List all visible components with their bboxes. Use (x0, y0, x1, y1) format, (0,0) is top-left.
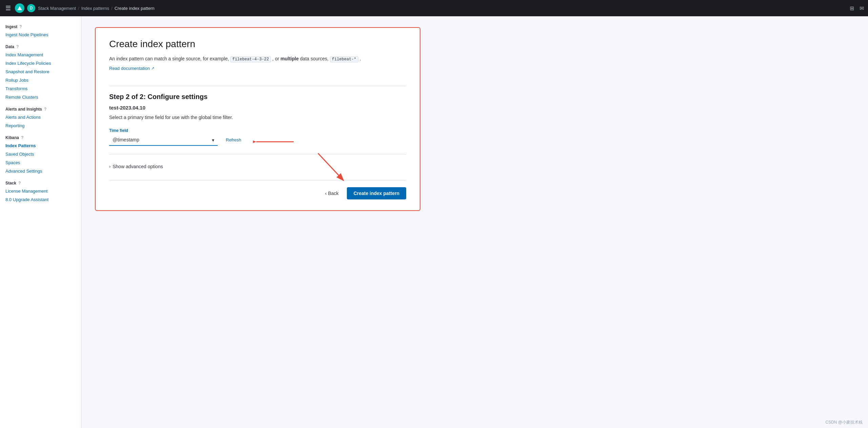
read-docs-label: Read documentation (109, 66, 150, 71)
breadcrumb: Stack Management / Index patterns / Crea… (38, 6, 154, 11)
sidebar-alerts-label: Alerts and Insights (5, 107, 42, 112)
nav-right-icons: ⊞ ✉ (850, 5, 864, 12)
breadcrumb-sep-1: / (78, 6, 79, 11)
grid-icon[interactable]: ⊞ (850, 5, 854, 12)
time-field-select[interactable]: @timestamp (109, 134, 218, 146)
time-field-group: Time field @timestamp (109, 128, 218, 146)
stack-help-icon[interactable]: ? (18, 181, 21, 186)
layout: Ingest ? Ingest Node Pipelines Data ? In… (0, 16, 868, 428)
watermark: CSDN @小豪技术栈 (825, 420, 863, 425)
back-chevron-icon: ‹ (325, 191, 327, 196)
diagonal-arrow-svg (311, 150, 352, 187)
step-title: Step 2 of 2: Configure settings (109, 93, 406, 101)
breadcrumb-index-patterns[interactable]: Index patterns (81, 6, 109, 11)
create-index-pattern-card: Create index pattern An index pattern ca… (95, 27, 420, 211)
hamburger-icon[interactable]: ☰ (4, 3, 12, 13)
sidebar-section-alerts: Alerts and Insights ? Alerts and Actions… (0, 104, 81, 130)
breadcrumb-sep-2: / (111, 6, 113, 11)
sidebar-item-transforms[interactable]: Transforms (0, 84, 81, 93)
sidebar-item-license-management[interactable]: License Management (0, 187, 81, 195)
alerts-help-icon[interactable]: ? (44, 107, 46, 112)
mail-icon[interactable]: ✉ (860, 5, 864, 12)
sidebar-section-ingest-header: Ingest ? (0, 22, 81, 31)
user-avatar[interactable]: D (27, 4, 35, 12)
diagonal-arrow-annotation (311, 150, 352, 188)
time-field-label: Time field (109, 128, 218, 133)
sidebar-section-data-header: Data ? (0, 42, 81, 51)
sidebar-item-spaces[interactable]: Spaces (0, 158, 81, 167)
sidebar-item-index-lifecycle-policies[interactable]: Index Lifecycle Policies (0, 59, 81, 67)
time-field-select-wrapper: @timestamp (109, 134, 218, 146)
external-link-icon: ↗ (151, 66, 154, 71)
chevron-right-icon: › (109, 164, 111, 169)
sidebar-item-saved-objects[interactable]: Saved Objects (0, 150, 81, 158)
breadcrumb-create-index-pattern: Create index pattern (115, 6, 155, 11)
description-start: An index pattern can match a single sour… (109, 56, 230, 61)
step-description: Select a primary time field for use with… (109, 115, 406, 120)
kibana-help-icon[interactable]: ? (21, 135, 23, 140)
code-example-1: filebeat-4-3-22 (230, 56, 271, 62)
sidebar-stack-label: Stack (5, 181, 16, 186)
sidebar-item-index-management[interactable]: Index Management (0, 51, 81, 59)
divider-top (109, 86, 406, 86)
sidebar-kibana-label: Kibana (5, 135, 19, 140)
sidebar: Ingest ? Ingest Node Pipelines Data ? In… (0, 16, 81, 428)
create-index-pattern-button[interactable]: Create index pattern (347, 187, 406, 199)
top-nav: ☰ D Stack Management / Index patterns / … (0, 0, 868, 16)
sidebar-item-upgrade-assistant[interactable]: 8.0 Upgrade Assistant (0, 195, 81, 204)
sidebar-section-data: Data ? Index Management Index Lifecycle … (0, 42, 81, 101)
back-button[interactable]: ‹ Back (321, 188, 343, 199)
breadcrumb-stack-management[interactable]: Stack Management (38, 6, 76, 11)
sidebar-item-advanced-settings[interactable]: Advanced Settings (0, 167, 81, 175)
sidebar-section-ingest: Ingest ? Ingest Node Pipelines (0, 22, 81, 39)
sidebar-section-kibana-header: Kibana ? (0, 133, 81, 141)
index-pattern-name: test-2023.04.10 (109, 105, 406, 111)
show-advanced-options-toggle[interactable]: › Show advanced options (109, 161, 406, 172)
main-content: Create index pattern An index pattern ca… (81, 16, 868, 428)
arrow-annotation-horizontal (253, 138, 297, 146)
description-end: data sources, (299, 56, 330, 61)
time-field-row: Time field @timestamp Refresh (109, 128, 406, 146)
sidebar-section-stack: Stack ? License Management 8.0 Upgrade A… (0, 178, 81, 204)
show-advanced-label: Show advanced options (113, 164, 163, 169)
bold-multiple: multiple (280, 56, 299, 61)
sidebar-item-snapshot-and-restore[interactable]: Snapshot and Restore (0, 67, 81, 76)
horizontal-arrow-svg (253, 138, 297, 146)
sidebar-item-index-patterns[interactable]: Index Patterns (0, 141, 81, 150)
sidebar-data-label: Data (5, 44, 14, 49)
sidebar-section-stack-header: Stack ? (0, 178, 81, 187)
ingest-help-icon[interactable]: ? (19, 24, 22, 29)
sidebar-section-alerts-header: Alerts and Insights ? (0, 104, 81, 113)
back-label: Back (328, 191, 339, 196)
page-title: Create index pattern (109, 39, 406, 50)
kibana-logo (15, 3, 24, 13)
sidebar-item-reporting[interactable]: Reporting (0, 121, 81, 130)
divider-mid (109, 154, 406, 154)
sidebar-ingest-label: Ingest (5, 24, 17, 29)
refresh-link[interactable]: Refresh (226, 137, 241, 146)
sidebar-item-alerts-and-actions[interactable]: Alerts and Actions (0, 113, 81, 121)
description-close: . (358, 56, 361, 61)
data-help-icon[interactable]: ? (16, 44, 19, 49)
sidebar-section-kibana: Kibana ? Index Patterns Saved Objects Sp… (0, 133, 81, 175)
card-description: An index pattern can match a single sour… (109, 55, 406, 63)
sidebar-item-rollup-jobs[interactable]: Rollup Jobs (0, 76, 81, 84)
read-docs-link[interactable]: Read documentation ↗ (109, 66, 154, 71)
code-example-2: filebeat-* (330, 56, 358, 62)
sidebar-item-ingest-node-pipelines[interactable]: Ingest Node Pipelines (0, 31, 81, 39)
footer-buttons: ‹ Back Create index pattern (109, 180, 406, 199)
sidebar-item-remote-clusters[interactable]: Remote Clusters (0, 93, 81, 101)
description-mid: , or (271, 56, 280, 61)
svg-line-5 (318, 153, 343, 180)
